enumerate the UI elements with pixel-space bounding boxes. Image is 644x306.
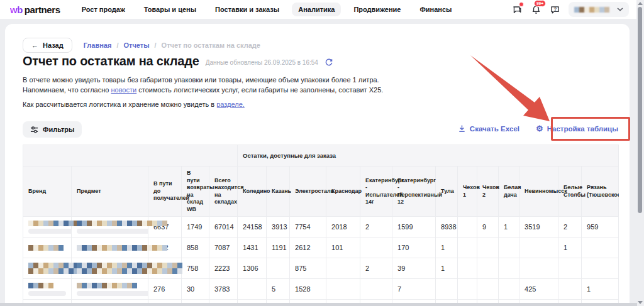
stock-table-container: Остатки, доступные для заказаБрендПредме… (23, 145, 619, 306)
column-header: Рязань (Тюшевское) (582, 167, 619, 217)
table-cell: 67014 (209, 217, 238, 238)
table-cell: 1 (582, 279, 619, 300)
table-cell: 425 (519, 279, 558, 300)
table-cell: 39 (392, 258, 436, 279)
table-cell: 1 (436, 258, 458, 279)
table-cell (558, 279, 582, 300)
nav-item-promotion[interactable]: Продвижение (347, 3, 407, 16)
column-header: Екатеринбург - Испытателей 14г (360, 167, 392, 217)
description-line-1: В отчете можно увидеть товары без габари… (23, 75, 383, 85)
filters-button[interactable]: Фильтры (23, 121, 82, 138)
table-cell: 24158 (238, 217, 267, 238)
table-row: 6637174967014241583913775420182159989389… (23, 217, 619, 238)
column-header: Краснодар (326, 167, 360, 217)
table-cell: 2 (558, 217, 582, 238)
table-cell (360, 238, 392, 258)
gear-icon: ⚙ (536, 124, 543, 133)
table-cell: 3519 (519, 217, 558, 238)
subject-cell-blurred (72, 258, 148, 279)
column-header: Белая дача (499, 167, 519, 217)
table-settings-label: Настройка таблицы (547, 125, 618, 133)
help-button[interactable]: ? (547, 2, 562, 17)
news-link[interactable]: новости (111, 86, 136, 94)
table-cell (458, 217, 477, 238)
table-cell: 1431 (238, 238, 267, 258)
filter-sliders-icon (30, 126, 38, 134)
column-header: В пути возвраты на склад WB (182, 167, 209, 217)
table-cell (238, 279, 267, 300)
scrollbar-down-arrow[interactable] (638, 301, 643, 304)
table-cell (458, 238, 477, 258)
table-cell (326, 258, 360, 279)
account-selector[interactable] (569, 2, 629, 17)
table-cell: 8938 (436, 217, 458, 238)
scrollbar-up-arrow[interactable] (638, 2, 643, 5)
back-button[interactable]: ← Назад (23, 38, 72, 53)
nav-item-sales-growth[interactable]: Рост продаж (75, 3, 131, 16)
table-cell (477, 258, 499, 279)
wb-partners-logo[interactable]: wb partners (10, 4, 60, 15)
section-link[interactable]: разделе. (216, 101, 245, 108)
breadcrumb-home[interactable]: Главная (84, 41, 112, 49)
download-excel-label: Скачать Excel (470, 125, 519, 133)
table-cell (582, 238, 619, 258)
table-cell: 9 (477, 217, 499, 238)
svg-text:?: ? (553, 7, 556, 11)
table-cell (477, 279, 499, 300)
brand-cell-blurred (23, 279, 72, 300)
page-title: Отчет по остаткам на складе (23, 54, 199, 68)
table-cell: 1528 (290, 279, 326, 300)
table-cell (458, 258, 477, 279)
nav-item-goods-prices[interactable]: Товары и цены (138, 3, 203, 16)
subject-cell-blurred (72, 217, 148, 238)
column-header: Коледино (238, 167, 267, 217)
notifications-button[interactable]: 99+ (528, 2, 543, 17)
account-name-blurred (574, 7, 612, 13)
table-cell: 1599 (392, 217, 436, 238)
table-cell: 7754 (290, 217, 326, 238)
breadcrumb-separator: / (155, 41, 157, 49)
table-row: 2763037835152874251 (23, 279, 619, 300)
download-excel-button[interactable]: Скачать Excel (458, 124, 519, 133)
report-description: В отчете можно увидеть товары без габари… (23, 75, 383, 110)
column-header: Екатеринбург - Перспективный 12 (392, 167, 436, 217)
breadcrumb-reports[interactable]: Отчеты (123, 41, 149, 49)
column-header: Электросталь (290, 167, 326, 217)
download-icon (458, 124, 466, 133)
table-cell (477, 238, 499, 258)
table-cell: 2223 (209, 258, 238, 279)
table-cell: 276 (148, 279, 182, 300)
table-cell: 101 (326, 238, 360, 258)
refresh-icon[interactable] (325, 58, 333, 67)
table-cell (582, 258, 619, 279)
column-header: Чехов 2 (477, 167, 499, 217)
help-icon: ? (550, 5, 560, 14)
table-cell: 170 (392, 238, 436, 258)
table-cell: 858 (182, 238, 209, 258)
table-cell: 1306 (238, 258, 267, 279)
column-header: Невинномысск (519, 167, 558, 217)
messages-button[interactable] (509, 2, 525, 17)
table-cell: 875 (290, 258, 326, 279)
table-cell: 1 (558, 238, 582, 258)
table-cell: 1 (499, 217, 519, 238)
filters-button-label: Фильтры (43, 126, 74, 133)
content-card: ← Назад Главная / Отчеты / Отчет по оста… (5, 24, 630, 306)
table-cell (267, 258, 290, 279)
table-cell (436, 279, 458, 300)
table-cell (499, 258, 519, 279)
nav-item-finance[interactable]: Финансы (413, 3, 458, 16)
horizontal-scrollbar[interactable] (0, 303, 637, 306)
nav-item-analytics[interactable]: Аналитика (292, 3, 341, 16)
table-cell: 758 (182, 258, 209, 279)
column-header: Всего находится на складах (209, 167, 238, 217)
table-cell: 1 (436, 238, 458, 258)
page-scrollbar (636, 0, 644, 306)
nav-item-supplies-orders[interactable]: Поставки и заказы (209, 3, 286, 16)
table-cell (458, 279, 477, 300)
group-header-empty (23, 145, 238, 167)
table-cell (519, 258, 558, 279)
scrollbar-thumb[interactable] (638, 7, 642, 213)
table-cell: 7 (392, 279, 436, 300)
table-settings-button[interactable]: ⚙ Настройка таблицы (536, 124, 618, 133)
